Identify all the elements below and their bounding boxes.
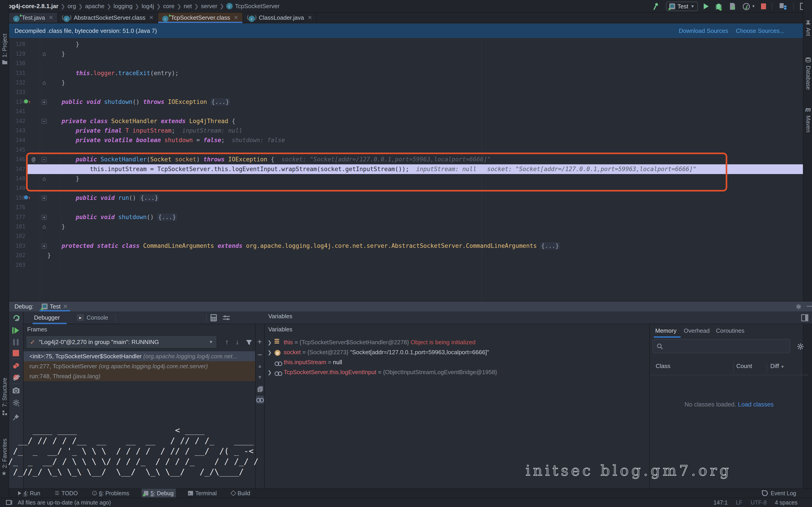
- code-editor[interactable]: } catch (InterruptedException var6) {128…: [9, 38, 803, 301]
- line-number[interactable]: 176: [9, 203, 26, 212]
- line-number[interactable]: 134: [9, 97, 26, 107]
- tool-button-project[interactable]: 1: Project: [1, 14, 8, 57]
- tab-memory[interactable]: Memory: [655, 327, 676, 334]
- profiler-button[interactable]: ▼: [742, 2, 755, 11]
- gear-icon[interactable]: [796, 304, 802, 309]
- expand-icon[interactable]: ❯: [267, 370, 272, 375]
- tool-button-maven[interactable]: Maven: [805, 115, 812, 147]
- hide-panel-button[interactable]: —: [807, 302, 812, 309]
- editor-tab[interactable]: (c)ClassLoader.java✕: [243, 13, 317, 23]
- show-watches-toggle[interactable]: [256, 396, 264, 404]
- variable-row[interactable]: ❯this = {TcpSocketServer$SocketHandler@2…: [265, 337, 649, 347]
- breadcrumb-item[interactable]: core: [163, 3, 175, 9]
- line-number[interactable]: 181: [9, 222, 26, 232]
- fold-marker[interactable]: +: [41, 97, 47, 107]
- tab-overhead[interactable]: Overhead: [684, 327, 710, 334]
- variable-row[interactable]: this.inputStream = null: [265, 357, 649, 367]
- tab-debugger[interactable]: Debugger: [34, 314, 60, 321]
- run-config-selector[interactable]: Test ▼: [666, 2, 698, 11]
- run-button[interactable]: [704, 3, 709, 9]
- tool-button-ant[interactable]: Ant: [805, 27, 812, 53]
- breadcrumb-jar[interactable]: log4j-core-2.8.1.jar: [6, 0, 58, 12]
- fold-marker[interactable]: ⌂: [41, 222, 47, 232]
- editor-tab[interactable]: cTest.java✕: [9, 13, 58, 23]
- line-number[interactable]: 141: [9, 107, 26, 116]
- line-number[interactable]: 150: [9, 193, 26, 203]
- pause-button[interactable]: [13, 339, 18, 345]
- stop-button[interactable]: [13, 350, 19, 356]
- breadcrumb-item[interactable]: logging: [113, 3, 133, 9]
- line-number[interactable]: 183: [9, 241, 26, 251]
- column-divider[interactable]: [733, 362, 733, 374]
- load-classes-link[interactable]: Load classes: [738, 401, 774, 408]
- line-number[interactable]: 142: [9, 116, 26, 126]
- choose-sources-link[interactable]: Choose Sources...: [736, 27, 784, 35]
- pin-icon[interactable]: [13, 414, 19, 420]
- line-number[interactable]: 177: [9, 212, 26, 222]
- line-number[interactable]: 130: [9, 59, 26, 68]
- breadcrumb-item[interactable]: log4j: [142, 3, 154, 9]
- tab-console[interactable]: Console: [87, 314, 108, 321]
- indent-setting[interactable]: 4 spaces: [775, 499, 798, 506]
- debug-session-tab[interactable]: Test ✕: [39, 301, 70, 312]
- line-separator[interactable]: LF: [736, 499, 743, 506]
- line-number[interactable]: 203: [9, 260, 26, 270]
- tool-button-structure[interactable]: 7: Structure: [1, 362, 8, 407]
- toolwindow-button-terminal[interactable]: ▸_Terminal: [186, 489, 219, 498]
- camera-icon[interactable]: [12, 387, 20, 394]
- expand-icon[interactable]: ❯: [267, 350, 272, 355]
- close-icon[interactable]: ✕: [49, 14, 53, 21]
- column-diff[interactable]: Diff ▼: [770, 362, 784, 370]
- editor-tab[interactable]: cTcpSocketServer.class✕: [158, 13, 243, 23]
- variable-row[interactable]: ❯psocket = {Socket@2273} "Socket[addr=/1…: [265, 347, 649, 357]
- copy-icon[interactable]: [257, 386, 263, 392]
- frame-up-icon[interactable]: ↑: [225, 338, 229, 346]
- breadcrumb-item[interactable]: apache: [85, 3, 104, 9]
- breadcrumb-item[interactable]: org: [67, 3, 76, 9]
- toolwindow-button-run[interactable]: 4: Run: [16, 489, 43, 498]
- fold-marker[interactable]: +: [41, 212, 47, 222]
- line-number[interactable]: 143: [9, 126, 26, 135]
- download-sources-link[interactable]: Download Sources: [679, 27, 728, 35]
- stack-frame-row[interactable]: <init>:75, TcpSocketServer$SocketHandler…: [23, 351, 255, 361]
- editor-tab[interactable]: (c)AbstractSocketServer.class✕: [58, 13, 158, 23]
- view-breakpoints-icon[interactable]: [12, 362, 20, 370]
- toolwindow-button-todo[interactable]: ☰TODO: [53, 489, 80, 498]
- line-number[interactable]: 202: [9, 250, 26, 260]
- file-encoding[interactable]: UTF-8: [751, 499, 767, 506]
- column-count[interactable]: Count: [736, 362, 752, 370]
- settings-gear-icon[interactable]: [12, 399, 20, 406]
- filter-icon[interactable]: [246, 339, 252, 346]
- resume-button[interactable]: [12, 327, 19, 334]
- tool-button-favorites[interactable]: 2: Favorites: [1, 423, 8, 468]
- build-arrow-icon[interactable]: [653, 2, 660, 11]
- tab-coroutines[interactable]: Coroutines: [716, 327, 745, 334]
- stack-frame-row[interactable]: run:277, TcpSocketServer (org.apache.log…: [23, 361, 255, 371]
- line-number[interactable]: 148: [9, 174, 26, 183]
- close-icon[interactable]: ✕: [308, 14, 312, 21]
- line-number[interactable]: 144: [9, 135, 26, 145]
- line-number[interactable]: 146: [9, 155, 26, 164]
- column-divider[interactable]: [767, 362, 767, 374]
- layout-settings-icon[interactable]: [222, 315, 230, 321]
- breadcrumb-item[interactable]: net: [184, 3, 192, 9]
- add-watch-icon[interactable]: +: [257, 337, 262, 346]
- line-number[interactable]: 147: [9, 164, 26, 174]
- evaluate-expression-icon[interactable]: [210, 314, 217, 322]
- close-icon[interactable]: ✕: [234, 14, 238, 21]
- mute-breakpoints-icon[interactable]: [12, 374, 20, 381]
- tool-button-database[interactable]: Database: [805, 66, 812, 102]
- fold-marker[interactable]: −: [41, 116, 47, 126]
- expand-icon[interactable]: ❯: [267, 340, 272, 345]
- line-number[interactable]: 129: [9, 49, 26, 59]
- fold-marker[interactable]: ⌂: [41, 78, 47, 88]
- stop-button[interactable]: [761, 3, 766, 9]
- open-in-new-icon[interactable]: [778, 2, 787, 11]
- close-icon[interactable]: ✕: [149, 14, 154, 21]
- restore-layout-icon[interactable]: [801, 314, 808, 322]
- close-icon[interactable]: ✕: [63, 303, 68, 310]
- fold-marker[interactable]: +: [41, 241, 47, 251]
- fold-marker[interactable]: +: [41, 193, 47, 203]
- scroll-up-icon[interactable]: ▲: [257, 363, 262, 369]
- thread-selector[interactable]: ✓ "Log4j2-0"@2,270 in group "main": RUNN…: [26, 335, 217, 349]
